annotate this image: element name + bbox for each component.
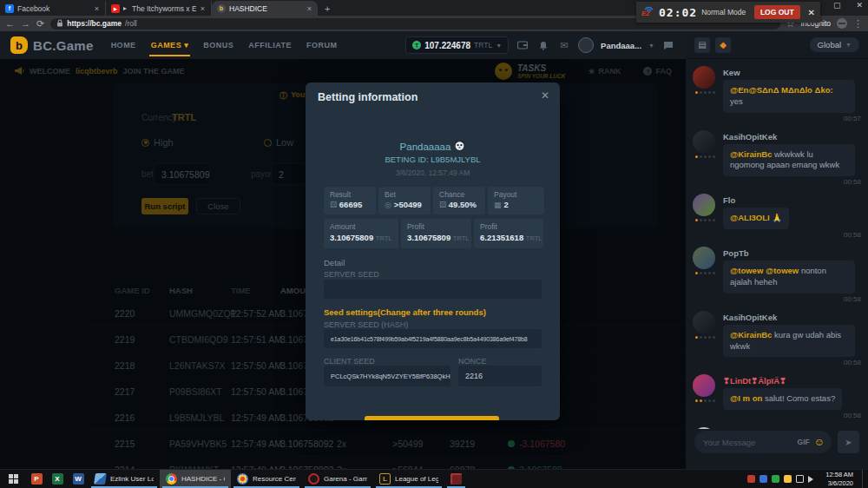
- client-seed-input[interactable]: PCLcQSk7HYk8qN5VZYEY5BfP638QkH: [324, 366, 450, 386]
- change-seed-button[interactable]: [365, 416, 499, 420]
- channel-selector[interactable]: Global ▼: [810, 37, 859, 52]
- window-restore-button[interactable]: ▢: [833, 1, 841, 10]
- mention-link[interactable]: @ALI3OLI: [730, 213, 772, 222]
- chat-rules-icon[interactable]: ▤: [694, 37, 710, 53]
- chat-username[interactable]: Flo: [723, 195, 861, 205]
- ezlink-logo-icon: EZ: [641, 4, 654, 20]
- header-username[interactable]: Pandaaa...: [601, 41, 641, 50]
- chat-toggle-icon[interactable]: [661, 38, 675, 52]
- server-seed-hash-input[interactable]: e1a30e16b41c578f499b59ab4f5219a4f5880aa9…: [324, 329, 542, 348]
- tray-app-blue-icon[interactable]: [760, 475, 767, 483]
- modal-player-name[interactable]: Pandaaaaa: [306, 140, 560, 153]
- timer-close-icon[interactable]: ✕: [808, 8, 815, 17]
- taskbar-app[interactable]: Garena - Game Cen...: [302, 470, 373, 488]
- taskbar-app[interactable]: HASHDICE - Googl...: [160, 470, 231, 488]
- nav-item-bonus[interactable]: BONUS: [203, 32, 233, 58]
- bell-icon[interactable]: [536, 38, 550, 52]
- refresh-button[interactable]: ⟳: [36, 19, 44, 29]
- chat-promo-icon[interactable]: ◆: [715, 37, 731, 53]
- level-dot: [695, 91, 698, 94]
- amount-label: Amount: [330, 222, 392, 231]
- tray-clock[interactable]: 12:58 AM 3/6/2020: [825, 471, 853, 487]
- avatar-column: [693, 311, 717, 367]
- emoji-icon[interactable]: ☺: [814, 437, 825, 447]
- message-input[interactable]: [701, 437, 793, 448]
- tab-title: The Itchyworms x Ely Buend: [132, 4, 196, 13]
- taskbar-pinned-excel[interactable]: X: [47, 470, 68, 488]
- show-desktop-button[interactable]: [862, 470, 865, 488]
- message-bubble: @I m on salut! Como estas?: [723, 388, 842, 410]
- balance-selector[interactable]: T 107.224678 TRTL ▼: [405, 36, 509, 54]
- level-dot: [708, 336, 711, 339]
- nav-item-forum[interactable]: FORUM: [306, 32, 338, 58]
- mention-link[interactable]: @KirainBc: [730, 330, 774, 340]
- back-button[interactable]: ←: [5, 19, 15, 29]
- taskbar-pinned-word[interactable]: W: [68, 470, 89, 488]
- chat-input[interactable]: GIF ☺: [694, 431, 832, 453]
- mention-link[interactable]: @towew @towew: [730, 266, 801, 275]
- window-close-button[interactable]: ✕: [856, 1, 863, 10]
- message-time: 00:58: [723, 359, 861, 366]
- browser-tab[interactable]: ▶The Itchyworms x Ely Buend×: [106, 1, 212, 16]
- user-avatar[interactable]: [578, 37, 594, 53]
- tray-app-red-icon[interactable]: [747, 475, 755, 483]
- taskbar-pinned-powerpoint[interactable]: P: [26, 470, 47, 488]
- taskbar-app[interactable]: [444, 470, 468, 488]
- wallet-icon[interactable]: [516, 38, 529, 52]
- avatar[interactable]: [693, 130, 715, 153]
- send-button[interactable]: ➤: [838, 431, 859, 453]
- mention-link[interactable]: @I m on: [730, 393, 765, 403]
- display-icon[interactable]: [796, 475, 804, 483]
- taskbar-app[interactable]: Resource Center: [231, 470, 302, 488]
- chat-message: KasihOpitKek@KirainBc wkwkwk lu ngomong …: [693, 130, 861, 187]
- mention-link[interactable]: @KirainBc: [730, 149, 774, 159]
- chat-username[interactable]: KasihOpitKek: [723, 132, 861, 142]
- new-tab-button[interactable]: +: [325, 3, 330, 14]
- tray-app-green-icon[interactable]: [772, 475, 779, 483]
- chevron-down-icon[interactable]: ▼: [648, 43, 654, 49]
- tab-close-icon[interactable]: ×: [306, 4, 312, 13]
- stat-value-row: ⚄49.50%: [439, 200, 479, 209]
- taskbar-app-label: HASHDICE - Googl...: [181, 475, 225, 483]
- message-column: KasihOpitKek@KirainBc wkwkwk lu ngomong …: [723, 130, 861, 187]
- server-seed-input[interactable]: [324, 280, 542, 299]
- avatar[interactable]: [693, 66, 715, 89]
- tab-title: Facebook: [17, 4, 90, 13]
- avatar[interactable]: [693, 311, 715, 333]
- level-dot: [704, 91, 707, 94]
- tab-close-icon[interactable]: ×: [200, 4, 206, 13]
- start-button[interactable]: [0, 470, 26, 488]
- gif-button[interactable]: GIF: [798, 438, 810, 446]
- chat-username[interactable]: Kew: [723, 68, 861, 77]
- avatar[interactable]: [693, 194, 715, 216]
- avatar[interactable]: [693, 374, 715, 397]
- modal-close-icon[interactable]: ✕: [541, 89, 549, 102]
- nav-item-home[interactable]: HOME: [111, 32, 136, 58]
- chat-username[interactable]: ❣LinDt❣ÄlpïÄ❣: [723, 376, 861, 386]
- avatar[interactable]: [693, 427, 715, 429]
- logout-button[interactable]: LOG OUT: [754, 5, 800, 19]
- mention-link[interactable]: @En@SΔnΔ MΔnΔlo Δko:: [730, 85, 833, 95]
- chat-username[interactable]: KasihOpitKek: [723, 313, 861, 322]
- volume-icon[interactable]: [808, 476, 817, 483]
- mail-icon[interactable]: ✉: [557, 38, 571, 52]
- chat-message: ❣LinDt❣ÄlpïÄ❣@I m on salut! Como estas?0…: [693, 374, 861, 419]
- stat-card: Chance⚄49.50%: [433, 187, 485, 214]
- taskbar-app[interactable]: LLeague of Legends: [373, 470, 444, 488]
- nav-item-games[interactable]: GAMES ▾: [151, 32, 189, 58]
- forward-button[interactable]: →: [21, 19, 30, 29]
- nonce-input[interactable]: 2216: [458, 366, 542, 386]
- tray-app-multi-icon[interactable]: [784, 475, 792, 483]
- browser-menu-icon[interactable]: ⋮: [853, 19, 863, 29]
- browser-tab[interactable]: bHASHDICE×: [212, 1, 318, 16]
- incognito-avatar-icon: [837, 18, 847, 29]
- chat-username[interactable]: PopTb: [723, 248, 861, 258]
- main-content: b BC.Game HOMEGAMES ▾BONUSAFFILIATEFORUM…: [0, 31, 686, 469]
- nav-item-affiliate[interactable]: AFFILIATE: [248, 32, 292, 58]
- bcgame-logo[interactable]: b BC.Game: [10, 36, 94, 54]
- avatar[interactable]: [693, 247, 715, 269]
- tab-close-icon[interactable]: ×: [94, 4, 100, 13]
- chat-message: KasihOpitKek@KirainBc kura gw udah abis …: [693, 311, 861, 367]
- browser-tab[interactable]: fFacebook×: [0, 1, 106, 16]
- taskbar-app[interactable]: Ezlink User Login: [89, 470, 160, 488]
